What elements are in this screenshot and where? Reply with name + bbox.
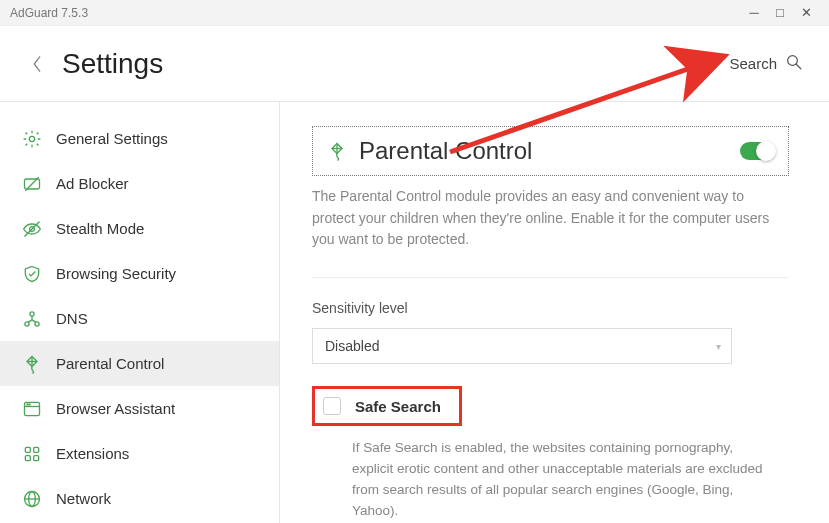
sidebar-item-label: Ad Blocker bbox=[56, 175, 129, 192]
settings-header: Settings Search bbox=[0, 26, 829, 102]
sidebar-item-label: Network bbox=[56, 490, 111, 507]
chevron-down-icon: ▾ bbox=[716, 341, 721, 352]
globe-icon bbox=[22, 489, 42, 509]
sidebar-item-label: Stealth Mode bbox=[56, 220, 144, 237]
svg-rect-17 bbox=[34, 447, 39, 452]
kite-icon bbox=[327, 141, 347, 161]
svg-point-2 bbox=[29, 136, 34, 141]
search-label: Search bbox=[729, 55, 777, 72]
window-minimize-button[interactable]: ─ bbox=[741, 0, 767, 26]
browser-icon bbox=[22, 399, 42, 419]
safe-search-checkbox[interactable] bbox=[323, 397, 341, 415]
svg-rect-18 bbox=[25, 455, 30, 460]
search-icon bbox=[785, 53, 803, 74]
sidebar-item-label: General Settings bbox=[56, 130, 168, 147]
sensitivity-value: Disabled bbox=[325, 338, 379, 354]
svg-point-9 bbox=[30, 311, 34, 315]
toggle-knob bbox=[756, 141, 776, 161]
svg-point-14 bbox=[27, 403, 28, 404]
dns-icon bbox=[22, 309, 42, 329]
window-titlebar: AdGuard 7.5.3 ─ □ ✕ bbox=[0, 0, 829, 26]
svg-point-15 bbox=[29, 403, 30, 404]
sidebar-item-label: Browser Assistant bbox=[56, 400, 175, 417]
panel-description: The Parental Control module provides an … bbox=[312, 186, 789, 251]
sidebar-item-extensions[interactable]: Extensions bbox=[0, 431, 279, 476]
page-title: Settings bbox=[62, 48, 163, 80]
back-button[interactable] bbox=[26, 53, 48, 75]
shield-icon bbox=[22, 264, 42, 284]
svg-line-1 bbox=[796, 64, 801, 69]
settings-sidebar: General Settings Ad Blocker Stealth Mode… bbox=[0, 102, 280, 523]
sidebar-item-label: Browsing Security bbox=[56, 265, 176, 282]
panel-parental-control: Parental Control The Parental Control mo… bbox=[280, 102, 829, 523]
window-close-button[interactable]: ✕ bbox=[793, 0, 819, 26]
extensions-icon bbox=[22, 444, 42, 464]
search-button[interactable]: Search bbox=[729, 53, 803, 74]
sidebar-item-browser-assistant[interactable]: Browser Assistant bbox=[0, 386, 279, 431]
safe-search-row: Safe Search bbox=[312, 386, 462, 426]
sidebar-item-dns[interactable]: DNS bbox=[0, 296, 279, 341]
sensitivity-label: Sensitivity level bbox=[312, 300, 789, 316]
gear-icon bbox=[22, 129, 42, 149]
kite-icon bbox=[22, 354, 42, 374]
panel-header: Parental Control bbox=[312, 126, 789, 176]
svg-rect-16 bbox=[25, 447, 30, 452]
sensitivity-select[interactable]: Disabled ▾ bbox=[312, 328, 732, 364]
window-title: AdGuard 7.5.3 bbox=[10, 6, 88, 20]
eye-slash-icon bbox=[22, 219, 42, 239]
safe-search-description: If Safe Search is enabled, the websites … bbox=[312, 438, 772, 522]
panel-title: Parental Control bbox=[359, 137, 728, 165]
sidebar-item-browsing-security[interactable]: Browsing Security bbox=[0, 251, 279, 296]
divider bbox=[312, 277, 789, 278]
sidebar-item-general-settings[interactable]: General Settings bbox=[0, 116, 279, 161]
sidebar-item-network[interactable]: Network bbox=[0, 476, 279, 521]
sidebar-item-label: DNS bbox=[56, 310, 88, 327]
safe-search-label: Safe Search bbox=[355, 398, 441, 415]
parental-control-toggle[interactable] bbox=[740, 142, 774, 160]
svg-rect-19 bbox=[34, 455, 39, 460]
sidebar-item-parental-control[interactable]: Parental Control bbox=[0, 341, 279, 386]
sidebar-item-label: Parental Control bbox=[56, 355, 164, 372]
sidebar-item-label: Extensions bbox=[56, 445, 129, 462]
sidebar-item-stealth-mode[interactable]: Stealth Mode bbox=[0, 206, 279, 251]
window-maximize-button[interactable]: □ bbox=[767, 0, 793, 26]
ad-block-icon bbox=[22, 174, 42, 194]
sidebar-item-ad-blocker[interactable]: Ad Blocker bbox=[0, 161, 279, 206]
